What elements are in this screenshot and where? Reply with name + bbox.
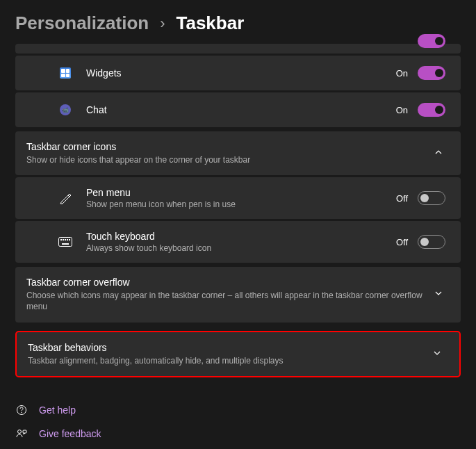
row-label: Widgets (86, 67, 396, 79)
toggle-knob (420, 238, 429, 246)
widgets-icon (57, 67, 74, 79)
toggle-switch[interactable] (418, 34, 445, 48)
breadcrumb-parent[interactable]: Personalization (15, 13, 149, 34)
feedback-icon (15, 428, 28, 439)
footer-link-label: Give feedback (39, 428, 101, 439)
row-controls: On (396, 103, 445, 117)
breadcrumb: Personalization › Taskbar (0, 0, 476, 44)
footer-links: Get help Give feedback (0, 386, 476, 446)
pen-icon (57, 192, 74, 204)
chat-icon: 📹 (57, 104, 74, 115)
section-desc: Choose which icons may appear in the tas… (26, 290, 432, 312)
toggle-knob (420, 194, 429, 202)
section-text: Taskbar corner overflow Choose which ico… (26, 277, 432, 312)
svg-point-9 (18, 430, 22, 433)
row-text: Touch keyboard Always show touch keyboar… (86, 231, 396, 253)
chevron-up-icon (432, 148, 445, 158)
svg-rect-2 (63, 239, 64, 240)
toggle-knob (435, 37, 443, 45)
toggle-switch[interactable] (418, 235, 445, 249)
section-desc: Taskbar alignment, badging, automaticall… (28, 355, 430, 366)
row-label: Pen menu (86, 187, 396, 198)
settings-content: Widgets On 📹 Chat On Taskbar corner icon… (0, 44, 476, 377)
taskbar-item-widgets[interactable]: Widgets On (15, 56, 461, 90)
row-desc: Always show touch keyboard icon (86, 243, 396, 253)
svg-rect-3 (65, 239, 66, 240)
chevron-right-icon: › (160, 15, 165, 33)
get-help-link[interactable]: Get help (15, 398, 461, 422)
section-corner-icons[interactable]: Taskbar corner icons Show or hide icons … (15, 131, 461, 175)
section-taskbar-behaviors[interactable]: Taskbar behaviors Taskbar alignment, bad… (15, 331, 461, 377)
toggle-state-label: Off (396, 237, 408, 247)
section-desc: Show or hide icons that appear on the co… (26, 154, 432, 165)
keyboard-icon (57, 237, 74, 247)
taskbar-item-touch-keyboard[interactable]: Touch keyboard Always show touch keyboar… (15, 221, 461, 263)
toggle-knob (435, 106, 443, 114)
section-text: Taskbar corner icons Show or hide icons … (26, 141, 432, 165)
taskbar-item-partial (15, 44, 461, 54)
svg-point-8 (21, 412, 22, 413)
toggle-state-label: On (396, 68, 408, 79)
svg-rect-10 (23, 430, 26, 433)
row-desc: Show pen menu icon when pen is in use (86, 199, 396, 209)
toggle-knob (435, 69, 443, 77)
breadcrumb-current: Taskbar (176, 13, 244, 34)
footer-link-label: Get help (39, 405, 76, 416)
toggle-switch[interactable] (418, 103, 445, 117)
toggle-switch[interactable] (418, 66, 445, 80)
toggle-switch[interactable] (418, 191, 445, 205)
chevron-down-icon (432, 289, 445, 300)
svg-rect-6 (62, 243, 69, 245)
svg-rect-4 (67, 239, 68, 240)
row-text: Pen menu Show pen menu icon when pen is … (86, 187, 396, 209)
section-text: Taskbar behaviors Taskbar alignment, bad… (28, 342, 430, 366)
svg-rect-5 (69, 239, 70, 240)
row-text: Chat (86, 104, 396, 115)
taskbar-item-chat[interactable]: 📹 Chat On (15, 92, 461, 127)
section-title: Taskbar behaviors (28, 342, 430, 353)
chevron-down-icon (430, 349, 444, 359)
row-text: Widgets (86, 67, 396, 79)
row-controls: On (396, 66, 445, 80)
svg-rect-1 (60, 239, 62, 240)
row-label: Chat (86, 104, 396, 115)
section-title: Taskbar corner icons (26, 141, 432, 152)
section-corner-overflow[interactable]: Taskbar corner overflow Choose which ico… (15, 267, 461, 322)
row-label: Touch keyboard (86, 231, 396, 242)
section-title: Taskbar corner overflow (26, 277, 432, 288)
toggle-state-label: Off (396, 193, 408, 204)
give-feedback-link[interactable]: Give feedback (15, 422, 461, 446)
toggle-state-label: On (396, 105, 408, 115)
svg-rect-0 (59, 238, 72, 247)
help-icon (15, 405, 28, 416)
row-controls: Off (396, 235, 445, 249)
taskbar-item-pen-menu[interactable]: Pen menu Show pen menu icon when pen is … (15, 177, 461, 219)
row-controls: Off (396, 191, 445, 205)
